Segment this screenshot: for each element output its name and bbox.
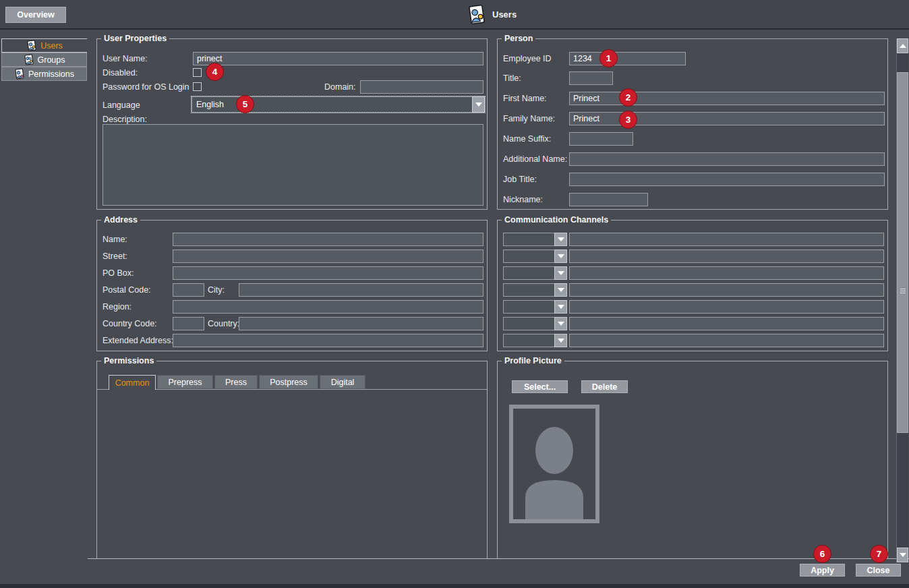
job-title-input[interactable] (569, 173, 885, 186)
title-input[interactable] (569, 71, 613, 85)
language-value: English (192, 96, 472, 113)
footer-divider (88, 558, 909, 559)
annotation-badge-2: 2 (619, 88, 637, 107)
channel-value-input[interactable] (569, 300, 884, 314)
region-input[interactable] (173, 300, 483, 314)
sidebar-item-users[interactable]: Users (1, 38, 87, 53)
country-input[interactable] (239, 317, 483, 330)
scroll-down-button[interactable] (897, 548, 908, 562)
channel-value-input[interactable] (569, 233, 884, 246)
domain-label: Domain: (324, 82, 356, 92)
group-title: Permissions (101, 356, 156, 365)
sidebar-item-permissions[interactable]: Permissions (1, 67, 87, 81)
user-name-input[interactable] (193, 52, 483, 65)
delete-picture-button[interactable]: Delete (581, 380, 628, 393)
channel-value-input[interactable] (569, 334, 884, 347)
city-input[interactable] (239, 283, 483, 297)
users-admin-window: { "colors": { "accent_orange": "#e8930c"… (0, 0, 909, 588)
sidebar-item-label: Users (40, 41, 63, 51)
family-name-label: Family Name: (503, 114, 555, 123)
annotation-badge-6: 6 (813, 545, 831, 563)
tab-common[interactable]: Common (109, 375, 156, 390)
po-box-input[interactable] (173, 266, 483, 280)
annotation-badge-5: 5 (236, 95, 254, 113)
channel-value-input[interactable] (569, 266, 884, 280)
chevron-down-icon[interactable] (554, 249, 567, 263)
channel-value-input[interactable] (569, 249, 884, 263)
group-title: User Properties (101, 34, 169, 43)
name-suffix-label: Name Suffix: (503, 134, 551, 144)
close-button[interactable]: Close (856, 564, 901, 577)
employee-id-input[interactable] (569, 52, 686, 65)
tab-press[interactable]: Press (214, 375, 258, 389)
arrow-down-icon (900, 553, 906, 557)
postal-code-label: Postal Code: (102, 285, 151, 295)
channel-type-dropdown[interactable] (503, 317, 567, 330)
country-code-input[interactable] (173, 317, 204, 330)
language-label: Language (102, 100, 140, 110)
groups-card-icon (24, 54, 34, 65)
overview-button[interactable]: Overview (5, 7, 66, 23)
additional-name-label: Additional Name: (503, 154, 567, 164)
user-properties-group: User Properties User Name: Disabled: Pas… (96, 38, 488, 210)
nickname-input[interactable] (569, 193, 648, 206)
extended-address-label: Extended Address: (102, 336, 173, 345)
channel-value-input[interactable] (569, 317, 884, 330)
page-title: Users (467, 4, 517, 25)
street-input[interactable] (173, 249, 483, 263)
bottom-strip (0, 584, 909, 588)
chevron-down-icon[interactable] (554, 233, 567, 246)
scroll-up-button[interactable] (897, 38, 908, 53)
tab-digital[interactable]: Digital (320, 375, 365, 389)
channel-type-dropdown[interactable] (503, 300, 567, 314)
apply-button[interactable]: Apply (800, 564, 845, 577)
users-card-icon (26, 40, 37, 51)
chevron-down-icon[interactable] (554, 334, 567, 347)
nickname-label: Nickname: (503, 195, 543, 204)
address-name-input[interactable] (173, 233, 483, 246)
channel-value-input[interactable] (569, 283, 884, 297)
description-textarea[interactable] (102, 124, 483, 206)
description-label: Description: (102, 115, 147, 124)
domain-input[interactable] (360, 80, 483, 94)
group-title: Profile Picture (502, 356, 564, 365)
chevron-down-icon[interactable] (554, 283, 567, 297)
sidebar-item-groups[interactable]: Groups (1, 53, 87, 67)
password-os-login-checkbox[interactable] (193, 82, 202, 91)
group-title: Communication Channels (502, 215, 611, 225)
region-label: Region: (102, 302, 131, 312)
disabled-checkbox[interactable] (193, 68, 202, 77)
country-code-label: Country Code: (102, 319, 157, 328)
group-title: Person (502, 34, 535, 43)
select-picture-button[interactable]: Select... (512, 380, 568, 393)
extended-address-input[interactable] (173, 334, 483, 347)
tab-postpress[interactable]: Postpress (259, 375, 318, 389)
disabled-label: Disabled: (102, 68, 138, 78)
annotation-badge-3: 3 (619, 111, 637, 129)
chevron-down-icon[interactable] (554, 317, 567, 330)
tab-prepress[interactable]: Prepress (157, 375, 213, 389)
vertical-scrollbar[interactable] (896, 38, 908, 563)
first-name-input[interactable] (569, 92, 885, 105)
language-dropdown-button[interactable] (472, 96, 485, 113)
channel-type-dropdown[interactable] (503, 334, 567, 347)
profile-picture-placeholder (509, 405, 599, 523)
name-suffix-input[interactable] (569, 132, 633, 146)
family-name-input[interactable] (569, 112, 885, 125)
profile-picture-group: Profile Picture Select... Delete (497, 361, 888, 558)
chevron-down-icon (475, 102, 482, 107)
chevron-down-icon[interactable] (554, 300, 567, 314)
channel-type-dropdown[interactable] (503, 233, 567, 246)
channel-type-dropdown[interactable] (503, 283, 567, 297)
chevron-down-icon[interactable] (554, 266, 567, 280)
channel-type-dropdown[interactable] (503, 266, 567, 280)
permissions-card-icon (14, 68, 25, 80)
permissions-group: Permissions Common Prepress Press Postpr… (96, 361, 488, 558)
sidebar-item-label: Groups (38, 55, 65, 65)
scrollbar-thumb[interactable] (897, 72, 908, 433)
arrow-up-icon (900, 44, 906, 48)
postal-code-input[interactable] (173, 283, 204, 297)
channel-type-dropdown[interactable] (503, 249, 567, 263)
additional-name-input[interactable] (569, 152, 885, 166)
employee-id-label: Employee ID (503, 54, 552, 63)
